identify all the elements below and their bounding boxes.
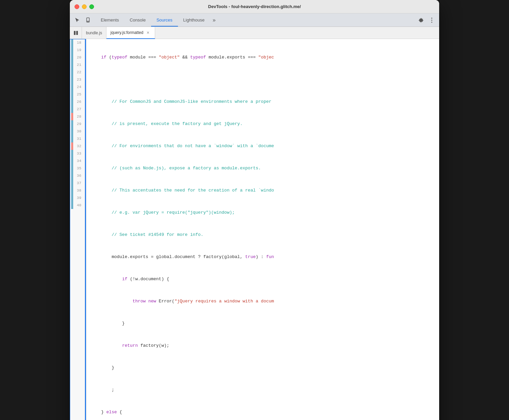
title-bar: DevTools - foul-heavenly-direction.glitc… — [70, 0, 439, 13]
svg-point-3 — [431, 17, 432, 18]
tab-elements[interactable]: Elements — [95, 13, 124, 27]
line-33: 33 — [71, 150, 84, 157]
line-31: 31 — [71, 135, 84, 142]
maximize-button[interactable] — [89, 4, 94, 9]
code-line-26: // See ticket #14549 for more info. — [91, 231, 435, 239]
tab-right-icons — [416, 15, 436, 25]
file-tab-bundle[interactable]: bundle.js — [82, 27, 106, 39]
line-19: 19 — [71, 46, 84, 54]
line-35: 35 — [71, 165, 84, 172]
line-20: 20 — [71, 54, 84, 61]
mobile-icon[interactable] — [83, 15, 93, 25]
close-button[interactable] — [75, 4, 79, 9]
line-26: 26 — [71, 98, 84, 106]
svg-point-2 — [88, 22, 88, 22]
minimize-button[interactable] — [82, 4, 87, 9]
code-line-20: // For CommonJS and CommonJS-like enviro… — [91, 98, 435, 106]
file-panel-toggle[interactable] — [70, 27, 82, 39]
window-title: DevTools - foul-heavenly-direction.glitc… — [208, 4, 301, 9]
close-tab-icon[interactable]: × — [145, 30, 151, 35]
svg-point-4 — [431, 19, 432, 20]
line-36: 36 — [71, 172, 84, 179]
line-32: 32 — [71, 142, 84, 150]
code-line-29: throw new Error("jQuery requires a windo… — [91, 298, 435, 305]
tab-list: Elements Console Sources Lighthouse » — [95, 13, 416, 27]
code-line-25: // e.g. var jQuery = require("jquery")(w… — [91, 209, 435, 216]
line-18: 18 — [71, 39, 84, 46]
devtools-tab-bar: Elements Console Sources Lighthouse » — [70, 13, 439, 27]
file-tabs: bundle.js jquery.js:formatted × — [70, 27, 439, 39]
traffic-lights — [75, 4, 94, 9]
code-line-32: } — [91, 364, 435, 372]
more-options-icon[interactable] — [427, 15, 436, 25]
code-line-19 — [91, 76, 435, 83]
code-line-34: } else { — [91, 409, 435, 416]
line-24: 24 — [71, 83, 84, 91]
file-tab-jquery[interactable]: jquery.js:formatted × — [106, 27, 155, 39]
line-40: 40 — [71, 202, 84, 209]
line-34: 34 — [71, 157, 84, 165]
line-37: 37 — [71, 179, 84, 187]
tool-icons — [73, 15, 93, 25]
line-30: 30 — [71, 128, 84, 135]
code-line-33: ; — [91, 386, 435, 394]
code-line-28: if (!w.document) { — [91, 276, 435, 283]
code-line-22: // For environments that do not have a `… — [91, 142, 435, 150]
line-29: 29 — [71, 120, 84, 128]
line-21: 21 — [71, 61, 84, 69]
line-23: 23 — [71, 76, 84, 83]
code-line-24: // This accentuates the need for the cre… — [91, 187, 435, 194]
svg-rect-6 — [74, 31, 76, 35]
line-22: 22 — [71, 69, 84, 76]
tab-lighthouse[interactable]: Lighthouse — [178, 13, 210, 27]
line-27: 27 — [71, 106, 84, 113]
line-numbers-gutter: 18 19 20 21 22 23 — [70, 39, 87, 420]
code-line-21: // is present, execute the factory and g… — [91, 120, 435, 128]
code-content[interactable]: if (typeof module === "object" && typeof… — [87, 39, 439, 420]
code-line-18: if (typeof module === "object" && typeof… — [91, 54, 435, 61]
settings-icon[interactable] — [416, 15, 426, 25]
tab-console[interactable]: Console — [124, 13, 151, 27]
svg-rect-7 — [76, 31, 78, 35]
more-tabs-button[interactable]: » — [210, 17, 218, 23]
svg-point-5 — [431, 22, 432, 23]
line-25: 25 — [71, 91, 84, 98]
cursor-icon[interactable] — [73, 15, 82, 25]
tab-sources[interactable]: Sources — [151, 13, 178, 27]
code-line-27: module.exports = global.document ? facto… — [91, 253, 435, 261]
code-line-30: } — [91, 320, 435, 327]
code-line-31: return factory(w); — [91, 342, 435, 349]
line-38: 38 — [71, 187, 84, 194]
line-39: 39 — [71, 194, 84, 202]
devtools-window: DevTools - foul-heavenly-direction.glitc… — [70, 0, 439, 420]
code-editor: 18 19 20 21 22 23 — [70, 39, 439, 420]
code-line-23: // (such as Node.js), expose a factory a… — [91, 165, 435, 172]
line-28: 28 — [71, 113, 84, 120]
